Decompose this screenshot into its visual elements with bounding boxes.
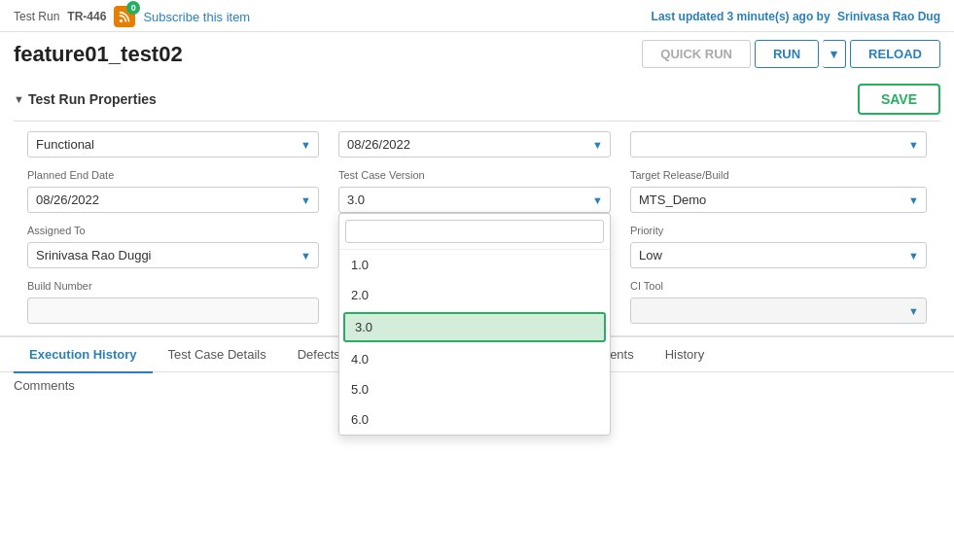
run-split-button[interactable]: ▾ <box>823 40 846 68</box>
test-case-version-select-wrapper: 3.0 ▼ <box>338 187 611 213</box>
assigned-to-select-wrapper: Srinivasa Rao Duggi ▼ <box>27 242 319 268</box>
test-case-version-group: Test Case Version 3.0 ▼ 1.0 2. <box>338 169 611 213</box>
test-case-version-dropdown-container: 3.0 ▼ 1.0 2.0 3.0 4.0 5.0 6.0 <box>338 187 611 213</box>
top-bar: Test Run TR-446 0 Subscribe this item La… <box>0 0 954 32</box>
last-updated-info: Last updated 3 minute(s) ago by Srinivas… <box>652 10 940 23</box>
version-option-1[interactable]: 1.0 <box>339 250 610 280</box>
assigned-to-label: Assigned To <box>27 225 319 236</box>
planned-end-label: Planned End Date <box>27 169 319 181</box>
rss-icon[interactable]: 0 <box>114 6 135 27</box>
page-title: feature01_test02 <box>14 42 183 67</box>
version-option-2[interactable]: 2.0 <box>339 280 610 310</box>
priority-select[interactable]: Low <box>630 242 927 268</box>
priority-select-group: Priority Low ▼ <box>630 225 927 268</box>
test-case-version-label: Test Case Version <box>338 169 611 181</box>
form-row-2: Planned End Date 08/26/2022 ▼ Test Case … <box>27 169 927 213</box>
top-bar-left: Test Run TR-446 0 Subscribe this item <box>14 6 250 27</box>
type-select[interactable]: Functional <box>27 131 319 158</box>
collapse-icon[interactable]: ▼ <box>14 93 24 105</box>
subscribe-link[interactable]: Subscribe this item <box>143 10 250 24</box>
extra-select-wrapper: ▼ <box>630 131 927 158</box>
test-run-id: TR-446 <box>67 10 106 23</box>
tab-test-case-details[interactable]: Test Case Details <box>153 337 282 373</box>
form-row-1: Functional ▼ 08/26/2022 ▼ <box>27 131 927 158</box>
properties-section: ▼ Test Run Properties SAVE Functional ▼ … <box>0 76 954 324</box>
date-select[interactable]: 08/26/2022 <box>338 131 611 158</box>
target-release-group: Target Release/Build MTS_Demo ▼ <box>630 169 927 213</box>
assigned-to-select[interactable]: Srinivasa Rao Duggi <box>27 242 319 268</box>
quick-run-button[interactable]: QUICK RUN <box>642 40 751 68</box>
test-case-version-select[interactable]: 3.0 <box>338 187 611 213</box>
type-group: Functional ▼ <box>27 131 319 158</box>
ci-tool-select-wrapper: ▼ <box>630 298 927 324</box>
version-option-3[interactable]: 3.0 <box>343 312 606 342</box>
section-header: ▼ Test Run Properties SAVE <box>14 76 940 122</box>
version-option-5[interactable]: 5.0 <box>339 374 610 404</box>
ci-tool-select-group: CI Tool ▼ <box>630 280 927 324</box>
date-select-wrapper: 08/26/2022 ▼ <box>338 131 611 158</box>
comments-label: Comments <box>14 378 75 393</box>
save-button[interactable]: SAVE <box>858 84 940 115</box>
title-bar: feature01_test02 QUICK RUN RUN ▾ RELOAD <box>0 32 954 76</box>
priority-select-wrapper: Low ▼ <box>630 242 927 268</box>
target-release-select-wrapper: MTS_Demo ▼ <box>630 187 927 213</box>
section-title: ▼ Test Run Properties <box>14 91 157 107</box>
dropdown-search-input[interactable] <box>345 220 604 243</box>
toolbar-buttons: QUICK RUN RUN ▾ RELOAD <box>642 40 940 68</box>
target-release-label: Target Release/Build <box>630 169 927 181</box>
ci-tool-label: CI Tool <box>630 280 927 292</box>
run-button[interactable]: RUN <box>755 40 819 68</box>
svg-point-0 <box>120 18 123 21</box>
test-run-label: Test Run <box>14 10 59 23</box>
form-area: Functional ▼ 08/26/2022 ▼ <box>14 131 940 324</box>
planned-end-select-wrapper: 08/26/2022 ▼ <box>27 187 319 213</box>
tab-history[interactable]: History <box>650 337 720 373</box>
assigned-to-group: Assigned To Srinivasa Rao Duggi ▼ <box>27 225 319 268</box>
rss-badge: 0 <box>126 1 140 15</box>
version-dropdown-popup: 1.0 2.0 3.0 4.0 5.0 6.0 <box>338 213 611 436</box>
type-select-wrapper: Functional ▼ <box>27 131 319 158</box>
planned-end-select[interactable]: 08/26/2022 <box>27 187 319 213</box>
empty-col3: ▼ <box>630 131 927 158</box>
build-number-label: Build Number <box>27 280 319 292</box>
version-option-4[interactable]: 4.0 <box>339 344 610 374</box>
version-option-6[interactable]: 6.0 <box>339 404 610 435</box>
extra-select[interactable] <box>630 131 927 158</box>
dropdown-search-area <box>339 214 610 250</box>
planned-end-group: Planned End Date 08/26/2022 ▼ <box>27 169 319 213</box>
priority-label-visible: Priority <box>630 225 927 236</box>
ci-tool-select[interactable] <box>630 298 927 324</box>
tab-execution-history[interactable]: Execution History <box>14 337 153 373</box>
date-group: 08/26/2022 ▼ <box>338 131 611 158</box>
target-release-select[interactable]: MTS_Demo <box>630 187 927 213</box>
build-number-group: Build Number <box>27 280 319 324</box>
build-number-input[interactable] <box>27 298 319 324</box>
reload-button[interactable]: RELOAD <box>850 40 940 68</box>
